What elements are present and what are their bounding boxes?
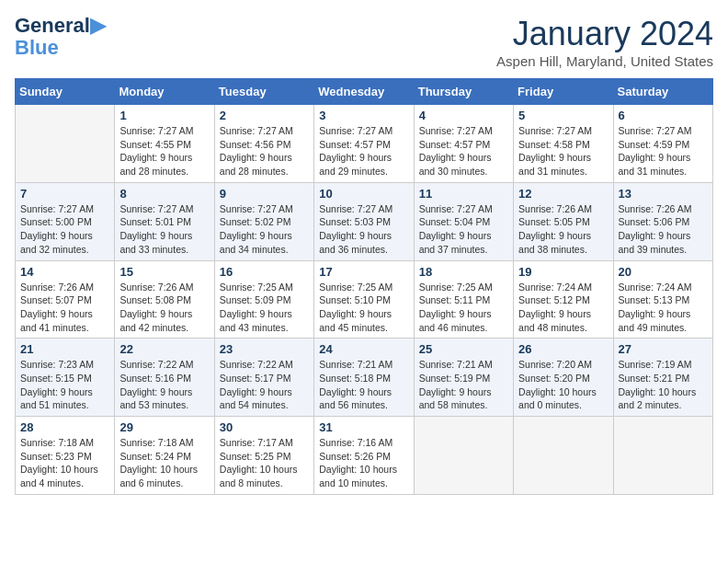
day-number: 20 <box>619 265 708 279</box>
table-row: 19Sunrise: 7:24 AMSunset: 5:12 PMDayligh… <box>514 260 613 339</box>
table-row <box>414 417 513 495</box>
col-wednesday: Wednesday <box>314 79 414 105</box>
day-number: 14 <box>20 265 109 279</box>
day-number: 21 <box>20 342 109 356</box>
calendar-week-row: 21Sunrise: 7:23 AMSunset: 5:15 PMDayligh… <box>16 339 713 417</box>
day-number: 28 <box>20 420 109 434</box>
day-info: Sunrise: 7:27 AMSunset: 4:57 PMDaylight:… <box>319 124 408 178</box>
table-row: 18Sunrise: 7:25 AMSunset: 5:11 PMDayligh… <box>414 260 513 339</box>
day-info: Sunrise: 7:16 AMSunset: 5:26 PMDaylight:… <box>319 436 408 490</box>
day-number: 1 <box>119 109 209 122</box>
day-info: Sunrise: 7:27 AMSunset: 4:55 PMDaylight:… <box>119 124 209 178</box>
table-row: 21Sunrise: 7:23 AMSunset: 5:15 PMDayligh… <box>16 339 115 417</box>
calendar-header-row: Sunday Monday Tuesday Wednesday Thursday… <box>16 79 713 105</box>
day-number: 25 <box>419 342 508 356</box>
day-info: Sunrise: 7:25 AMSunset: 5:11 PMDaylight:… <box>419 281 508 335</box>
calendar-week-row: 7Sunrise: 7:27 AMSunset: 5:00 PMDaylight… <box>16 182 713 260</box>
day-info: Sunrise: 7:27 AMSunset: 4:57 PMDaylight:… <box>419 124 508 178</box>
table-row: 30Sunrise: 7:17 AMSunset: 5:25 PMDayligh… <box>214 417 313 495</box>
table-row: 10Sunrise: 7:27 AMSunset: 5:03 PMDayligh… <box>314 182 414 260</box>
day-number: 18 <box>419 265 508 279</box>
day-info: Sunrise: 7:27 AMSunset: 5:02 PMDaylight:… <box>220 202 309 257</box>
table-row: 5Sunrise: 7:27 AMSunset: 4:58 PMDaylight… <box>514 105 613 183</box>
day-number: 12 <box>518 187 608 201</box>
page-header: General▶ Blue January 2024 Aspen Hill, M… <box>15 15 713 69</box>
table-row: 13Sunrise: 7:26 AMSunset: 5:06 PMDayligh… <box>613 182 712 260</box>
title-block: January 2024 Aspen Hill, Maryland, Unite… <box>496 15 713 69</box>
col-thursday: Thursday <box>414 79 513 105</box>
day-info: Sunrise: 7:25 AMSunset: 5:09 PMDaylight:… <box>220 281 309 335</box>
table-row: 29Sunrise: 7:18 AMSunset: 5:24 PMDayligh… <box>115 417 214 495</box>
day-number: 7 <box>20 187 109 201</box>
calendar-week-row: 28Sunrise: 7:18 AMSunset: 5:23 PMDayligh… <box>16 417 713 495</box>
day-number: 11 <box>419 187 508 201</box>
table-row <box>514 417 613 495</box>
day-info: Sunrise: 7:25 AMSunset: 5:10 PMDaylight:… <box>319 281 408 335</box>
day-info: Sunrise: 7:27 AMSunset: 5:04 PMDaylight:… <box>419 202 508 257</box>
col-friday: Friday <box>514 79 613 105</box>
day-info: Sunrise: 7:19 AMSunset: 5:21 PMDaylight:… <box>619 358 708 412</box>
table-row: 25Sunrise: 7:21 AMSunset: 5:19 PMDayligh… <box>414 339 513 417</box>
day-info: Sunrise: 7:17 AMSunset: 5:25 PMDaylight:… <box>220 436 309 490</box>
table-row: 14Sunrise: 7:26 AMSunset: 5:07 PMDayligh… <box>16 260 115 339</box>
day-number: 19 <box>518 265 608 279</box>
day-info: Sunrise: 7:27 AMSunset: 5:01 PMDaylight:… <box>119 202 209 257</box>
table-row: 3Sunrise: 7:27 AMSunset: 4:57 PMDaylight… <box>314 105 414 183</box>
day-info: Sunrise: 7:26 AMSunset: 5:07 PMDaylight:… <box>20 281 109 335</box>
day-number: 3 <box>319 109 408 122</box>
day-info: Sunrise: 7:27 AMSunset: 4:59 PMDaylight:… <box>619 124 708 178</box>
day-info: Sunrise: 7:26 AMSunset: 5:06 PMDaylight:… <box>619 202 708 257</box>
table-row: 15Sunrise: 7:26 AMSunset: 5:08 PMDayligh… <box>115 260 214 339</box>
table-row: 26Sunrise: 7:20 AMSunset: 5:20 PMDayligh… <box>514 339 613 417</box>
col-monday: Monday <box>115 79 214 105</box>
day-info: Sunrise: 7:21 AMSunset: 5:18 PMDaylight:… <box>319 358 408 412</box>
day-number: 17 <box>319 265 408 279</box>
table-row: 22Sunrise: 7:22 AMSunset: 5:16 PMDayligh… <box>115 339 214 417</box>
day-info: Sunrise: 7:24 AMSunset: 5:13 PMDaylight:… <box>619 281 708 335</box>
day-info: Sunrise: 7:24 AMSunset: 5:12 PMDaylight:… <box>518 281 608 335</box>
calendar-week-row: 14Sunrise: 7:26 AMSunset: 5:07 PMDayligh… <box>16 260 713 339</box>
calendar-table: Sunday Monday Tuesday Wednesday Thursday… <box>15 78 713 495</box>
table-row: 12Sunrise: 7:26 AMSunset: 5:05 PMDayligh… <box>514 182 613 260</box>
day-info: Sunrise: 7:20 AMSunset: 5:20 PMDaylight:… <box>518 358 608 412</box>
day-number: 31 <box>319 420 408 434</box>
table-row: 1Sunrise: 7:27 AMSunset: 4:55 PMDaylight… <box>115 105 214 183</box>
table-row: 28Sunrise: 7:18 AMSunset: 5:23 PMDayligh… <box>16 417 115 495</box>
table-row <box>16 105 115 183</box>
table-row: 27Sunrise: 7:19 AMSunset: 5:21 PMDayligh… <box>613 339 712 417</box>
table-row: 11Sunrise: 7:27 AMSunset: 5:04 PMDayligh… <box>414 182 513 260</box>
day-info: Sunrise: 7:18 AMSunset: 5:24 PMDaylight:… <box>119 436 209 490</box>
logo-line1: General▶ <box>15 15 106 37</box>
table-row: 24Sunrise: 7:21 AMSunset: 5:18 PMDayligh… <box>314 339 414 417</box>
table-row: 6Sunrise: 7:27 AMSunset: 4:59 PMDaylight… <box>613 105 712 183</box>
col-tuesday: Tuesday <box>214 79 313 105</box>
day-number: 13 <box>619 187 708 201</box>
col-sunday: Sunday <box>16 79 115 105</box>
table-row: 4Sunrise: 7:27 AMSunset: 4:57 PMDaylight… <box>414 105 513 183</box>
day-number: 5 <box>518 109 608 122</box>
day-info: Sunrise: 7:21 AMSunset: 5:19 PMDaylight:… <box>419 358 508 412</box>
location-subtitle: Aspen Hill, Maryland, United States <box>496 53 713 69</box>
day-number: 15 <box>119 265 209 279</box>
month-title: January 2024 <box>496 15 713 53</box>
day-info: Sunrise: 7:22 AMSunset: 5:17 PMDaylight:… <box>220 358 309 412</box>
day-info: Sunrise: 7:27 AMSunset: 5:00 PMDaylight:… <box>20 202 109 257</box>
day-number: 16 <box>220 265 309 279</box>
day-number: 27 <box>619 342 708 356</box>
calendar-week-row: 1Sunrise: 7:27 AMSunset: 4:55 PMDaylight… <box>16 105 713 183</box>
day-number: 4 <box>419 109 508 122</box>
table-row: 2Sunrise: 7:27 AMSunset: 4:56 PMDaylight… <box>214 105 313 183</box>
day-number: 8 <box>119 187 209 201</box>
day-number: 29 <box>119 420 209 434</box>
day-number: 22 <box>119 342 209 356</box>
day-number: 26 <box>518 342 608 356</box>
table-row: 8Sunrise: 7:27 AMSunset: 5:01 PMDaylight… <box>115 182 214 260</box>
table-row: 23Sunrise: 7:22 AMSunset: 5:17 PMDayligh… <box>214 339 313 417</box>
day-info: Sunrise: 7:27 AMSunset: 4:56 PMDaylight:… <box>220 124 309 178</box>
day-number: 9 <box>220 187 309 201</box>
day-info: Sunrise: 7:27 AMSunset: 4:58 PMDaylight:… <box>518 124 608 178</box>
table-row: 9Sunrise: 7:27 AMSunset: 5:02 PMDaylight… <box>214 182 313 260</box>
table-row <box>613 417 712 495</box>
day-info: Sunrise: 7:26 AMSunset: 5:08 PMDaylight:… <box>119 281 209 335</box>
day-number: 6 <box>619 109 708 122</box>
